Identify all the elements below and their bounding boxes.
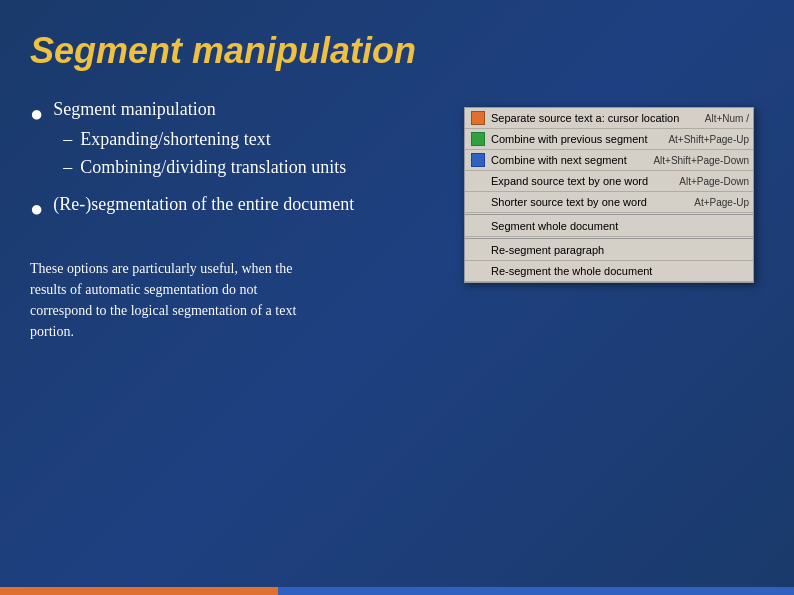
bullet-dot-1: ● — [30, 99, 43, 130]
menu-icon-4 — [469, 173, 487, 189]
content-area: ● Segment manipulation – Expanding/short… — [30, 97, 764, 575]
sub-list-1: – Expanding/shortening text – Combining/… — [63, 127, 346, 180]
slide-title: Segment manipulation — [30, 30, 764, 72]
menu-item-7: Re-segment paragraph — [465, 240, 753, 261]
menu-icon-3 — [469, 152, 487, 168]
menu-label-5: Shorter source text by one word — [491, 196, 686, 208]
menu-label-3: Combine with next segment — [491, 154, 645, 166]
sub-item-1-2: – Combining/dividing translation units — [63, 155, 346, 179]
menu-icon-6 — [469, 218, 487, 234]
menu-icon-7 — [469, 242, 487, 258]
sub-text-1-1: Expanding/shortening text — [80, 127, 270, 151]
menu-shortcut-5: At+Page-Up — [694, 197, 749, 208]
blue-icon — [471, 153, 485, 167]
right-content: Separate source text a: cursor location … — [454, 107, 764, 575]
menu-label-8: Re-segment the whole document — [491, 265, 749, 277]
menu-label-4: Expand source text by one word — [491, 175, 671, 187]
menu-separator-1 — [465, 214, 753, 215]
menu-icon-2 — [469, 131, 487, 147]
menu-shortcut-1: Alt+Num / — [705, 113, 749, 124]
description-text: These options are particularly useful, w… — [30, 258, 310, 342]
menu-label-2: Combine with previous segment — [491, 133, 660, 145]
menu-item-5: Shorter source text by one word At+Page-… — [465, 192, 753, 213]
menu-item-4: Expand source text by one word Alt+Page-… — [465, 171, 753, 192]
menu-icon-8 — [469, 263, 487, 279]
blue-strip — [278, 587, 794, 595]
menu-label-7: Re-segment paragraph — [491, 244, 749, 256]
sub-text-1-2: Combining/dividing translation units — [80, 155, 346, 179]
slide-container: Segment manipulation ● Segment manipulat… — [0, 0, 794, 595]
menu-item-3: Combine with next segment Alt+Shift+Page… — [465, 150, 753, 171]
sub-dash-2: – — [63, 155, 72, 179]
menu-shortcut-3: Alt+Shift+Page-Down — [653, 155, 749, 166]
menu-item-1: Separate source text a: cursor location … — [465, 108, 753, 129]
menu-icon-5 — [469, 194, 487, 210]
menu-shortcut-4: Alt+Page-Down — [679, 176, 749, 187]
menu-item-6: Segment whole document — [465, 216, 753, 237]
left-content: ● Segment manipulation – Expanding/short… — [30, 97, 434, 575]
bullet-item-1: ● Segment manipulation – Expanding/short… — [30, 97, 434, 184]
sub-dash-1: – — [63, 127, 72, 151]
menu-item-8: Re-segment the whole document — [465, 261, 753, 282]
menu-label-1: Separate source text a: cursor location — [491, 112, 697, 124]
menu-separator-2 — [465, 238, 753, 239]
menu-icon-1 — [469, 110, 487, 126]
menu-shortcut-2: At+Shift+Page-Up — [668, 134, 749, 145]
menu-screenshot: Separate source text a: cursor location … — [464, 107, 754, 283]
bullet-main-text-1: Segment manipulation — [53, 99, 215, 119]
orange-strip — [0, 587, 278, 595]
bullet-list: ● Segment manipulation – Expanding/short… — [30, 97, 434, 233]
bullet-dot-2: ● — [30, 194, 43, 225]
orange-icon — [471, 111, 485, 125]
menu-label-6: Segment whole document — [491, 220, 749, 232]
bullet-item-2: ● (Re-)segmentation of the entire docume… — [30, 192, 434, 225]
bullet-content-1: Segment manipulation – Expanding/shorten… — [53, 97, 346, 184]
sub-item-1-1: – Expanding/shortening text — [63, 127, 346, 151]
green-icon — [471, 132, 485, 146]
menu-item-2: Combine with previous segment At+Shift+P… — [465, 129, 753, 150]
bullet-main-text-2: (Re-)segmentation of the entire document — [53, 192, 354, 217]
